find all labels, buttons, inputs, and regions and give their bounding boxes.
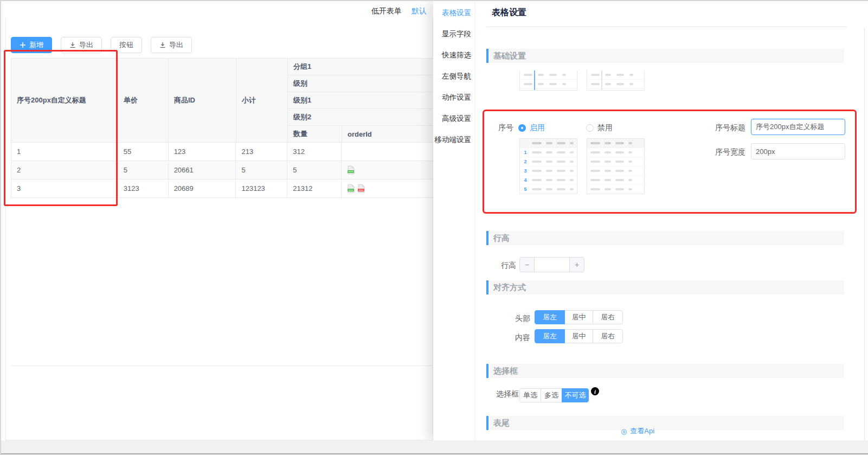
add-button[interactable]: 新增 (11, 37, 52, 53)
drawer-nav-item[interactable]: 左侧导航 (433, 66, 475, 87)
preview-divider-line (534, 71, 535, 91)
thumb-row (587, 185, 644, 194)
segment-option[interactable]: 居左 (535, 310, 565, 324)
border-style-preview-1[interactable] (519, 71, 577, 91)
segment-option[interactable]: 不可选 (562, 388, 589, 402)
segment-option[interactable]: 居右 (593, 310, 623, 324)
column-header[interactable]: 数量 (288, 126, 342, 143)
seq-width-input[interactable] (751, 143, 845, 159)
seq-enabled-preview[interactable]: 12345 (519, 138, 577, 194)
table-row[interactable]: 252066155 (11, 161, 433, 180)
row-height-label: 行高 (501, 261, 516, 271)
toolbar: 新增导出按钮导出 (11, 37, 192, 53)
table-cell: 2 (11, 161, 118, 180)
row-height-input[interactable] (535, 257, 569, 272)
column-header[interactable]: 单价 (118, 59, 169, 143)
table-cell: 312 (287, 143, 342, 161)
table-cell: 5 (287, 161, 342, 180)
table-cell: 123 (169, 143, 236, 161)
seq-title-input[interactable] (751, 119, 845, 135)
column-header[interactable]: 小计 (236, 59, 288, 143)
column-header[interactable]: 序号200px自定义标题 (11, 59, 118, 143)
button-label: 按钮 (119, 40, 133, 50)
table-cell: 5 (236, 161, 287, 180)
button-label: 导出 (79, 40, 93, 50)
table-cell: 20689 (169, 180, 236, 198)
drawer-scrollbar[interactable] (864, 28, 865, 440)
table-row[interactable]: 331232068912312321312 (11, 180, 433, 198)
thumb-row (587, 166, 644, 176)
order-id-cell (342, 161, 433, 180)
thumb-header-row (587, 139, 644, 148)
group-header[interactable]: 分组1 (288, 59, 434, 75)
segment-option[interactable]: 多选 (541, 388, 562, 402)
stepper-plus-button[interactable]: + (569, 257, 584, 272)
seq-disabled-preview[interactable] (587, 138, 645, 194)
table-header-left: 序号200px自定义标题单价商品ID小计 (11, 59, 288, 143)
align-content-label: 内容 (515, 333, 530, 343)
segment-option[interactable]: 居左 (535, 329, 565, 343)
section-basic-settings: 基础设置 (486, 49, 844, 63)
drawer-nav-item[interactable]: 动作设置 (433, 87, 475, 108)
stepper-minus-button[interactable]: − (519, 257, 535, 272)
seq-width-label: 序号宽度 (715, 148, 745, 157)
thumb-row (587, 157, 644, 166)
thumb-row (587, 148, 644, 157)
eye-icon (621, 427, 627, 435)
drawer-nav-item[interactable]: 高级设置 (433, 108, 475, 129)
selection-label: 选择框 (496, 389, 519, 399)
seq-enable-radio[interactable]: 启用 (518, 123, 545, 133)
view-api-link[interactable]: 查看Api (621, 426, 654, 436)
button-label: 新增 (29, 40, 43, 50)
drawer-nav: 表格设置显示字段快速筛选左侧导航动作设置高级设置移动端设置 (433, 1, 475, 440)
attachment-file-icon[interactable] (357, 184, 365, 193)
thumb-row (587, 176, 644, 185)
seq-disable-radio[interactable]: 禁用 (586, 123, 613, 133)
button-label: 导出 (169, 40, 183, 50)
toolbar-button-2[interactable]: 按钮 (111, 37, 142, 53)
group-header[interactable]: 级别2 (288, 109, 434, 126)
bottom-band (1, 440, 868, 453)
align-header-segmented: 居左居中居右 (535, 310, 623, 324)
table-cell: 3123 (118, 180, 169, 198)
column-header[interactable]: orderId (342, 126, 434, 143)
table-cell: 55 (118, 143, 169, 161)
table-cell: 213 (236, 143, 287, 161)
section-row-height: 行高 (486, 231, 844, 245)
toolbar-button-1[interactable]: 导出 (61, 37, 102, 53)
table-container-bottom-border (11, 366, 433, 366)
table-cell: 1 (11, 143, 118, 161)
radio-selected-icon (518, 124, 526, 132)
align-content-segmented: 居左居中居右 (535, 329, 623, 343)
group-header[interactable]: 级别1 (288, 92, 434, 109)
group-header[interactable]: 级别 (288, 75, 434, 92)
align-header-label: 头部 (515, 314, 530, 324)
segment-option[interactable]: 单选 (519, 388, 541, 402)
thumb-row: 5 (520, 185, 577, 194)
segment-option[interactable]: 居中 (564, 310, 593, 324)
drawer-nav-item[interactable]: 移动端设置 (433, 129, 475, 150)
column-header[interactable]: 商品ID (169, 59, 236, 143)
seq-title-label: 序号标题 (715, 123, 745, 133)
bottom-line (1, 453, 868, 454)
drawer-nav-item[interactable]: 快速筛选 (433, 44, 475, 66)
order-id-cell (342, 180, 433, 198)
tab-low-open-form[interactable]: 低开表单 (371, 7, 402, 16)
info-icon[interactable]: i (591, 387, 599, 395)
drawer-nav-item[interactable]: 显示字段 (433, 23, 475, 44)
table-row[interactable]: 155123213312 (11, 143, 433, 161)
attachment-file-icon[interactable] (347, 184, 355, 193)
toolbar-button-3[interactable]: 导出 (151, 37, 192, 53)
table-header: 序号200px自定义标题单价商品ID小计 分组1级别级别1级别2 数量order… (11, 59, 433, 143)
segment-option[interactable]: 居右 (593, 329, 623, 343)
seq-enable-label: 启用 (530, 123, 545, 133)
drawer-nav-item[interactable]: 表格设置 (433, 2, 475, 23)
segment-option[interactable]: 居中 (564, 329, 593, 343)
tab-default[interactable]: 默认 (412, 7, 427, 16)
data-table: 序号200px自定义标题单价商品ID小计 分组1级别级别1级别2 数量order… (11, 58, 433, 198)
drawer-title: 表格设置 (492, 7, 526, 18)
attachment-file-icon[interactable] (347, 165, 355, 175)
preview-divider-line (601, 71, 602, 91)
border-style-preview-2[interactable] (587, 71, 645, 91)
table-header-group: 分组1级别级别1级别2 数量orderId (288, 59, 434, 143)
